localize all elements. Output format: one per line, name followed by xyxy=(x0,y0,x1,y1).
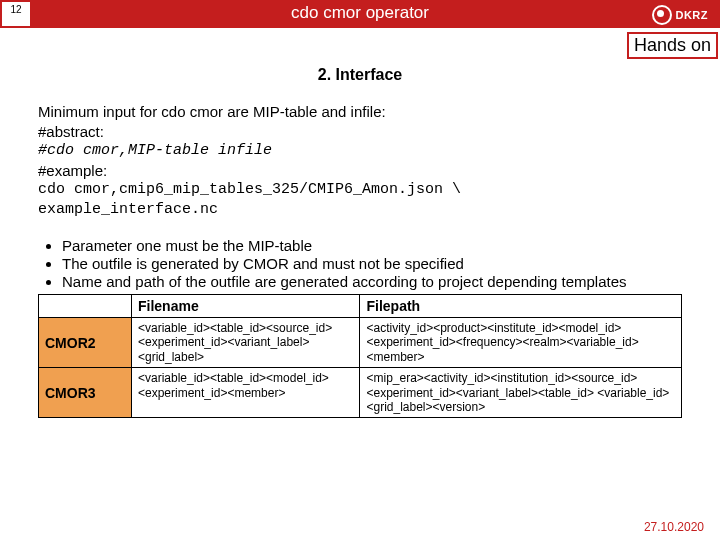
row-label-cmor2: CMOR2 xyxy=(39,318,132,368)
table-row: CMOR2 <variable_id><table_id><source_id>… xyxy=(39,318,682,368)
hands-on-badge: Hands on xyxy=(627,32,718,59)
cell-filepath: <mip_era><activity_id><institution_id><s… xyxy=(360,368,682,418)
example-command-line1: cdo cmor,cmip6_mip_tables_325/CMIP6_Amon… xyxy=(38,180,682,200)
slide-header: 12 cdo cmor operator DKRZ xyxy=(0,0,720,28)
row-label-cmor3: CMOR3 xyxy=(39,368,132,418)
page-number: 12 xyxy=(2,2,30,26)
slide-title: cdo cmor operator xyxy=(291,3,429,23)
intro-line: Minimum input for cdo cmor are MIP-table… xyxy=(38,102,682,122)
table-row: CMOR3 <variable_id><table_id><model_id> … xyxy=(39,368,682,418)
example-label: #example: xyxy=(38,161,682,181)
cell-filename: <variable_id><table_id><source_id> <expe… xyxy=(132,318,360,368)
logo-text: DKRZ xyxy=(675,9,708,21)
content-area: Minimum input for cdo cmor are MIP-table… xyxy=(0,102,720,418)
list-item: Name and path of the outfile are generat… xyxy=(62,273,682,290)
logo-icon xyxy=(652,5,672,25)
cell-filepath: <activity_id><product><institute_id><mod… xyxy=(360,318,682,368)
abstract-label: #abstract: xyxy=(38,122,682,142)
dkrz-logo: DKRZ xyxy=(652,5,708,25)
list-item: The outfile is generated by CMOR and mus… xyxy=(62,255,682,272)
abstract-command: #cdo cmor,MIP-table infile xyxy=(38,141,682,161)
footer-date: 27.10.2020 xyxy=(644,520,704,534)
intro-block: Minimum input for cdo cmor are MIP-table… xyxy=(38,102,682,219)
cmor-table: Filename Filepath CMOR2 <variable_id><ta… xyxy=(38,294,682,418)
table-header-empty xyxy=(39,295,132,318)
table-header-row: Filename Filepath xyxy=(39,295,682,318)
cell-filename: <variable_id><table_id><model_id> <exper… xyxy=(132,368,360,418)
table-header-filename: Filename xyxy=(132,295,360,318)
table-header-filepath: Filepath xyxy=(360,295,682,318)
bullet-list: Parameter one must be the MIP-table The … xyxy=(38,237,682,290)
section-title: 2. Interface xyxy=(0,66,720,84)
example-command-line2: example_interface.nc xyxy=(38,200,682,220)
list-item: Parameter one must be the MIP-table xyxy=(62,237,682,254)
